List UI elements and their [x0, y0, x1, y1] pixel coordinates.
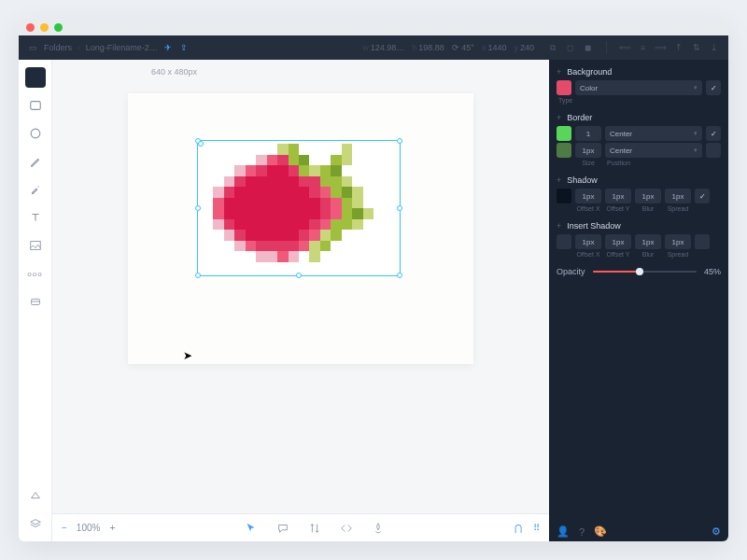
section-title-insert-shadow: Insert Shadow — [567, 221, 621, 231]
mode-prototype[interactable] — [370, 520, 387, 537]
add-shadow-button[interactable]: + — [557, 175, 561, 185]
opacity-label: Opacity — [557, 267, 585, 276]
tool-text[interactable] — [25, 207, 46, 228]
insert-shadow-blur[interactable]: 1px — [635, 234, 661, 249]
mode-handoff[interactable] — [306, 520, 323, 537]
selection-box[interactable] — [197, 140, 401, 276]
breadcrumb-file[interactable]: Long-Filename-2… — [86, 43, 158, 52]
opacity-slider[interactable] — [593, 271, 697, 273]
send-icon[interactable]: ✈ — [163, 43, 174, 53]
border-swatch-0[interactable] — [557, 126, 571, 141]
shadow-spread[interactable]: 1px — [665, 189, 691, 203]
mode-select[interactable] — [243, 520, 260, 537]
breadcrumb-root[interactable]: Folders — [44, 43, 72, 52]
add-border-button[interactable]: + — [557, 113, 561, 122]
settings-icon[interactable]: ⚙ — [712, 525, 721, 538]
align-left-icon[interactable]: ⟸ — [620, 43, 630, 53]
add-background-button[interactable]: + — [557, 67, 561, 77]
tool-layers[interactable] — [25, 513, 46, 534]
align-top-icon[interactable]: ⤒ — [673, 43, 684, 53]
caption-size: Size — [575, 160, 601, 166]
layer-front-icon[interactable]: ◼ — [583, 43, 593, 53]
zoom-out-button[interactable]: − — [62, 523, 67, 533]
x-value: 1440 — [487, 43, 506, 52]
chevron-right-icon: › — [78, 44, 80, 52]
zoom-value: 100% — [77, 523, 101, 533]
share-icon[interactable]: ⇪ — [179, 43, 190, 53]
section-shadow: +Shadow 1px 1px 1px 1px ✓ Offset XOffset… — [557, 175, 721, 212]
section-background: +Background Color▾ ✓ Type — [557, 67, 721, 104]
resize-handle-br[interactable] — [397, 273, 402, 278]
align-right-icon[interactable]: ⟹ — [655, 43, 666, 53]
shadow-offset-x[interactable]: 1px — [575, 189, 601, 203]
shadow-enabled[interactable]: ✓ — [695, 189, 710, 203]
separator — [606, 41, 607, 54]
section-border: +Border 1 Center▾ ✓ 1px Center▾ ✓ SizePo… — [557, 113, 721, 166]
mode-comment[interactable] — [275, 520, 291, 537]
tool-eyedropper[interactable] — [25, 179, 46, 200]
shadow-blur[interactable]: 1px — [635, 189, 661, 203]
minimize-traffic-light[interactable] — [40, 23, 49, 32]
mode-code[interactable] — [338, 520, 355, 537]
resize-handle-tr[interactable] — [397, 138, 402, 144]
border-position-1[interactable]: Center▾ — [605, 143, 702, 158]
border-size-1[interactable]: 1px — [575, 143, 601, 158]
insert-shadow-spread[interactable]: 1px — [665, 234, 691, 249]
rotation-value: 45° — [461, 43, 474, 52]
add-insert-shadow-button[interactable]: + — [557, 221, 561, 231]
align-center-h-icon[interactable]: ≡ — [638, 43, 648, 53]
insert-shadow-offset-y[interactable]: 1px — [605, 234, 631, 249]
border-enabled-0[interactable]: ✓ — [706, 126, 721, 141]
opacity-control: Opacity 45% — [557, 267, 721, 276]
breadcrumb[interactable]: ▭ Folders › Long-Filename-2… ✈ ⇪ — [28, 43, 190, 53]
tool-rect[interactable] — [25, 95, 46, 116]
tool-pen[interactable] — [25, 151, 46, 172]
border-swatch-1[interactable] — [557, 143, 571, 158]
mac-window-chrome — [19, 19, 728, 35]
inspector-panel: +Background Color▾ ✓ Type +Border 1 Cent… — [549, 60, 728, 541]
layer-back-icon[interactable]: ◻ — [565, 43, 575, 53]
insert-shadow-enabled[interactable]: ✓ — [695, 234, 710, 249]
resize-handle-bl[interactable] — [195, 273, 201, 278]
border-position-0[interactable]: Center▾ — [605, 126, 702, 141]
tool-ellipse[interactable] — [25, 123, 46, 144]
help-icon[interactable]: ⋂ — [514, 523, 522, 533]
canvas[interactable]: 640 x 480px — [52, 60, 549, 513]
palette-icon[interactable]: 🎨 — [594, 525, 607, 538]
help-footer-icon[interactable]: ? — [579, 526, 585, 538]
shadow-swatch[interactable] — [557, 189, 571, 203]
svg-rect-0 — [30, 102, 40, 110]
tool-shape-filled[interactable] — [25, 67, 46, 88]
resize-handle-mr[interactable] — [397, 205, 402, 211]
layer-copy-icon[interactable]: ⧉ — [547, 43, 557, 53]
folder-icon: ▭ — [28, 43, 38, 53]
resize-handle-bm[interactable] — [296, 273, 302, 278]
background-type-select[interactable]: Color▾ — [575, 80, 702, 95]
user-icon[interactable]: 👤 — [557, 525, 570, 538]
resize-handle-ml[interactable] — [195, 205, 201, 211]
background-enabled-checkbox[interactable]: ✓ — [706, 80, 721, 95]
align-bottom-icon[interactable]: ⤓ — [709, 43, 719, 53]
artboard[interactable] — [128, 93, 473, 364]
tool-component[interactable] — [25, 291, 46, 312]
insert-shadow-offset-x[interactable]: 1px — [575, 234, 601, 249]
artboard-size-label: 640 x 480px — [151, 67, 197, 77]
transform-readout: w124.98… h198.88 ⟳ 45° x1440 y240 — [362, 43, 534, 52]
background-swatch[interactable] — [557, 80, 571, 95]
tool-image[interactable] — [25, 235, 46, 256]
resize-handle-tm[interactable] — [198, 141, 204, 147]
top-bar: ▭ Folders › Long-Filename-2… ✈ ⇪ w124.98… — [19, 35, 728, 60]
width-value: 124.98… — [371, 43, 405, 52]
caption-position: Position — [605, 160, 721, 166]
border-enabled-1[interactable]: ✓ — [706, 143, 721, 158]
tool-assets[interactable] — [25, 485, 46, 506]
align-center-v-icon[interactable]: ⇅ — [691, 43, 701, 53]
tool-more[interactable]: ooo — [25, 263, 46, 284]
zoom-traffic-light[interactable] — [54, 23, 63, 32]
border-size-0[interactable]: 1 — [575, 126, 601, 141]
close-traffic-light[interactable] — [26, 23, 35, 32]
y-value: 240 — [520, 43, 534, 52]
insert-shadow-swatch[interactable] — [557, 234, 571, 249]
shadow-offset-y[interactable]: 1px — [605, 189, 631, 203]
grid-icon[interactable]: ⠿ — [533, 523, 540, 533]
